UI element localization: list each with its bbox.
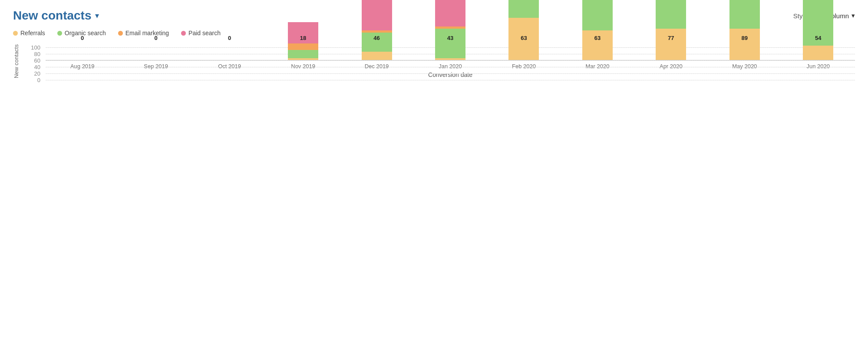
bar-total-label: 54 — [815, 35, 821, 41]
chart-inner: 100806040200 0001846436363778954 Aug 201… — [23, 44, 855, 78]
legend-dot-email-marketing — [118, 31, 123, 36]
legend-label-email-marketing: Email marketing — [125, 30, 169, 36]
legend-dot-organic-search — [57, 31, 62, 36]
y-tick-label: 20 — [23, 70, 40, 77]
legend-item-referrals: Referrals — [13, 30, 45, 36]
bar-segment-referrals — [803, 46, 833, 60]
bar-total-label: 0 — [228, 35, 231, 41]
legend: Referrals Organic search Email marketing… — [13, 30, 855, 36]
bar-segment-organic_search — [435, 29, 465, 59]
header: New contacts ▾ Style: Column ▾ — [13, 9, 855, 23]
style-dropdown-chevron: ▾ — [851, 12, 855, 20]
bar-segment-organic_search — [729, 0, 760, 29]
grid-line — [46, 80, 855, 80]
bar-group[interactable]: 18 — [266, 44, 340, 60]
bars-area: 0001846436363778954 — [46, 44, 855, 60]
bar-group[interactable]: 89 — [708, 44, 781, 60]
legend-label-referrals: Referrals — [20, 30, 45, 36]
grid-line-row: 0 — [23, 77, 855, 83]
bar-stack — [803, 0, 833, 60]
bar-total-label: 89 — [742, 35, 748, 41]
bar-segment-referrals — [729, 29, 760, 61]
y-tick-label: 40 — [23, 64, 40, 70]
bar-stack — [656, 0, 686, 60]
bar-group[interactable]: 0 — [119, 44, 192, 60]
legend-dot-paid-search — [181, 31, 186, 36]
bar-total-label: 77 — [668, 35, 674, 41]
y-axis-label: New contacts — [13, 44, 20, 78]
bar-segment-referrals — [656, 29, 686, 61]
title-dropdown-icon[interactable]: ▾ — [95, 11, 99, 20]
y-tick-label: 100 — [23, 44, 40, 51]
y-tick-label: 80 — [23, 51, 40, 57]
bar-total-label: 0 — [155, 35, 158, 41]
bar-segment-paid_search — [435, 0, 465, 27]
bar-segment-referrals — [362, 52, 392, 60]
bar-group[interactable]: 0 — [46, 44, 119, 60]
bar-total-label: 43 — [447, 35, 453, 41]
grid-and-bars: 100806040200 0001846436363778954 — [23, 44, 855, 60]
bar-total-label: 18 — [300, 35, 306, 41]
bar-total-label: 0 — [81, 35, 84, 41]
bar-segment-paid_search — [362, 0, 392, 30]
grid-line-row: 20 — [23, 70, 855, 77]
grid-line — [46, 60, 855, 61]
grid-line-row: 40 — [23, 64, 855, 70]
bar-stack — [582, 0, 613, 60]
grid-line — [46, 73, 855, 74]
bar-group[interactable]: 54 — [782, 44, 855, 60]
bar-segment-email_marketing — [288, 43, 318, 50]
bar-stack — [508, 0, 539, 60]
bar-stack — [729, 0, 760, 60]
legend-label-paid-search: Paid search — [188, 30, 221, 36]
axis-line — [46, 60, 855, 60]
bar-group[interactable]: 63 — [487, 44, 561, 60]
bar-total-label: 46 — [373, 35, 380, 41]
bar-group[interactable]: 77 — [634, 44, 708, 60]
bar-total-label: 63 — [521, 35, 527, 41]
legend-dot-referrals — [13, 31, 18, 36]
bar-total-label: 63 — [594, 35, 601, 41]
bar-group[interactable]: 0 — [193, 44, 266, 60]
y-tick-label: 60 — [23, 57, 40, 64]
bar-stack — [362, 0, 392, 60]
y-tick-label: 0 — [23, 77, 40, 83]
bar-group[interactable]: 43 — [413, 44, 487, 60]
bar-stack — [435, 0, 465, 60]
page-title: New contacts — [13, 9, 92, 23]
bar-segment-organic_search — [656, 0, 686, 29]
bar-group[interactable]: 46 — [340, 44, 413, 60]
grid-line — [46, 67, 855, 67]
chart-container: New contacts 100806040200 00018464363637… — [13, 44, 855, 78]
bar-group[interactable]: 63 — [561, 44, 634, 60]
bar-segment-organic_search — [582, 0, 613, 30]
bar-segment-organic_search — [288, 50, 318, 59]
legend-item-paid-search: Paid search — [181, 30, 221, 36]
bar-segment-organic_search — [508, 0, 539, 18]
legend-label-organic-search: Organic search — [65, 30, 106, 36]
title-area: New contacts ▾ — [13, 9, 99, 23]
legend-item-email-marketing: Email marketing — [118, 30, 169, 36]
